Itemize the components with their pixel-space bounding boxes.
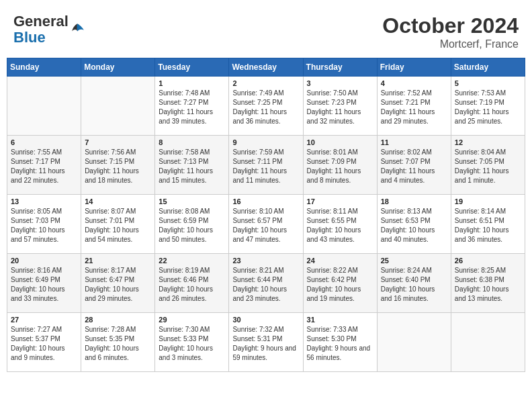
day-detail: Sunrise: 8:08 AM Sunset: 6:59 PM Dayligh… <box>159 207 225 244</box>
calendar-cell: 5Sunrise: 7:53 AM Sunset: 7:19 PM Daylig… <box>451 77 525 136</box>
calendar-cell: 31Sunrise: 7:33 AM Sunset: 5:30 PM Dayli… <box>303 313 377 372</box>
calendar-cell: 8Sunrise: 7:58 AM Sunset: 7:13 PM Daylig… <box>155 136 229 195</box>
day-detail: Sunrise: 8:11 AM Sunset: 6:55 PM Dayligh… <box>307 207 373 244</box>
calendar-cell: 23Sunrise: 8:21 AM Sunset: 6:44 PM Dayli… <box>229 254 303 313</box>
calendar-cell: 27Sunrise: 7:27 AM Sunset: 5:37 PM Dayli… <box>7 313 81 372</box>
day-detail: Sunrise: 7:55 AM Sunset: 7:17 PM Dayligh… <box>11 148 77 185</box>
day-detail: Sunrise: 7:59 AM Sunset: 7:11 PM Dayligh… <box>232 148 299 185</box>
calendar-cell: 24Sunrise: 8:22 AM Sunset: 6:42 PM Dayli… <box>303 254 377 313</box>
calendar-cell: 20Sunrise: 8:16 AM Sunset: 6:49 PM Dayli… <box>7 254 81 313</box>
day-detail: Sunrise: 8:16 AM Sunset: 6:49 PM Dayligh… <box>11 266 77 304</box>
day-detail: Sunrise: 8:07 AM Sunset: 7:01 PM Dayligh… <box>85 207 151 244</box>
calendar-body: 1Sunrise: 7:48 AM Sunset: 7:27 PM Daylig… <box>7 77 525 372</box>
day-number: 10 <box>307 138 373 146</box>
days-of-week-row: SundayMondayTuesdayWednesdayThursdayFrid… <box>7 58 525 77</box>
calendar-cell <box>81 77 155 136</box>
day-number: 25 <box>381 257 447 265</box>
day-detail: Sunrise: 8:01 AM Sunset: 7:09 PM Dayligh… <box>307 148 373 185</box>
day-of-week-header: Monday <box>81 58 155 77</box>
day-detail: Sunrise: 7:56 AM Sunset: 7:15 PM Dayligh… <box>85 148 151 185</box>
location-title: Mortcerf, France <box>382 38 519 50</box>
day-detail: Sunrise: 8:10 AM Sunset: 6:57 PM Dayligh… <box>232 207 299 244</box>
calendar-cell <box>377 313 451 372</box>
day-detail: Sunrise: 7:53 AM Sunset: 7:19 PM Dayligh… <box>455 89 521 126</box>
calendar-cell: 19Sunrise: 8:14 AM Sunset: 6:51 PM Dayli… <box>451 195 525 254</box>
calendar-cell: 6Sunrise: 7:55 AM Sunset: 7:17 PM Daylig… <box>7 136 81 195</box>
calendar-cell: 15Sunrise: 8:08 AM Sunset: 6:59 PM Dayli… <box>155 195 229 254</box>
calendar-week-row: 6Sunrise: 7:55 AM Sunset: 7:17 PM Daylig… <box>7 136 525 195</box>
calendar-table: SundayMondayTuesdayWednesdayThursdayFrid… <box>7 58 525 372</box>
day-number: 2 <box>232 79 299 87</box>
day-detail: Sunrise: 8:21 AM Sunset: 6:44 PM Dayligh… <box>232 266 299 304</box>
day-number: 12 <box>455 138 521 146</box>
calendar-week-row: 1Sunrise: 7:48 AM Sunset: 7:27 PM Daylig… <box>7 77 525 136</box>
logo: General Blue <box>13 13 86 46</box>
day-number: 5 <box>455 79 521 87</box>
day-detail: Sunrise: 8:24 AM Sunset: 6:40 PM Dayligh… <box>381 266 447 304</box>
calendar-cell: 4Sunrise: 7:52 AM Sunset: 7:21 PM Daylig… <box>377 77 451 136</box>
calendar-cell: 30Sunrise: 7:32 AM Sunset: 5:31 PM Dayli… <box>229 313 303 372</box>
calendar-week-row: 27Sunrise: 7:27 AM Sunset: 5:37 PM Dayli… <box>7 313 525 372</box>
calendar-cell: 28Sunrise: 7:28 AM Sunset: 5:35 PM Dayli… <box>81 313 155 372</box>
day-number: 20 <box>11 257 77 265</box>
logo-general-text: General <box>13 13 69 30</box>
day-detail: Sunrise: 8:14 AM Sunset: 6:51 PM Dayligh… <box>455 207 521 244</box>
day-of-week-header: Wednesday <box>229 58 303 77</box>
day-number: 30 <box>232 316 299 324</box>
day-detail: Sunrise: 8:02 AM Sunset: 7:07 PM Dayligh… <box>381 148 447 185</box>
calendar-cell: 1Sunrise: 7:48 AM Sunset: 7:27 PM Daylig… <box>155 77 229 136</box>
day-of-week-header: Friday <box>377 58 451 77</box>
calendar-cell <box>7 77 81 136</box>
day-number: 26 <box>455 257 521 265</box>
day-number: 1 <box>159 79 225 87</box>
day-number: 4 <box>381 79 447 87</box>
calendar-week-row: 20Sunrise: 8:16 AM Sunset: 6:49 PM Dayli… <box>7 254 525 313</box>
day-number: 16 <box>232 197 299 205</box>
day-number: 18 <box>381 197 447 205</box>
day-number: 28 <box>85 316 151 324</box>
day-detail: Sunrise: 8:17 AM Sunset: 6:47 PM Dayligh… <box>85 266 151 304</box>
day-detail: Sunrise: 7:49 AM Sunset: 7:25 PM Dayligh… <box>232 89 299 126</box>
day-number: 6 <box>11 138 77 146</box>
day-detail: Sunrise: 7:33 AM Sunset: 5:30 PM Dayligh… <box>307 325 373 363</box>
day-detail: Sunrise: 8:22 AM Sunset: 6:42 PM Dayligh… <box>307 266 373 304</box>
day-detail: Sunrise: 7:58 AM Sunset: 7:13 PM Dayligh… <box>159 148 225 185</box>
day-of-week-header: Tuesday <box>155 58 229 77</box>
day-number: 14 <box>85 197 151 205</box>
logo-icon <box>70 21 86 38</box>
logo-blue-text: Blue <box>13 29 46 46</box>
calendar-cell: 12Sunrise: 8:04 AM Sunset: 7:05 PM Dayli… <box>451 136 525 195</box>
calendar-cell: 16Sunrise: 8:10 AM Sunset: 6:57 PM Dayli… <box>229 195 303 254</box>
calendar-cell: 18Sunrise: 8:13 AM Sunset: 6:53 PM Dayli… <box>377 195 451 254</box>
calendar-cell: 17Sunrise: 8:11 AM Sunset: 6:55 PM Dayli… <box>303 195 377 254</box>
day-of-week-header: Sunday <box>7 58 81 77</box>
calendar-cell: 25Sunrise: 8:24 AM Sunset: 6:40 PM Dayli… <box>377 254 451 313</box>
day-number: 24 <box>307 257 373 265</box>
day-number: 17 <box>307 197 373 205</box>
month-title: October 2024 <box>382 13 519 38</box>
day-detail: Sunrise: 8:05 AM Sunset: 7:03 PM Dayligh… <box>11 207 77 244</box>
day-of-week-header: Thursday <box>303 58 377 77</box>
day-number: 23 <box>232 257 299 265</box>
day-number: 7 <box>85 138 151 146</box>
page-header: General Blue October 2024 Mortcerf, Fran… <box>7 7 525 54</box>
calendar-cell: 21Sunrise: 8:17 AM Sunset: 6:47 PM Dayli… <box>81 254 155 313</box>
calendar-cell <box>451 313 525 372</box>
calendar-cell: 29Sunrise: 7:30 AM Sunset: 5:33 PM Dayli… <box>155 313 229 372</box>
day-detail: Sunrise: 7:30 AM Sunset: 5:33 PM Dayligh… <box>159 325 225 363</box>
calendar-cell: 3Sunrise: 7:50 AM Sunset: 7:23 PM Daylig… <box>303 77 377 136</box>
day-detail: Sunrise: 7:50 AM Sunset: 7:23 PM Dayligh… <box>307 89 373 126</box>
day-detail: Sunrise: 7:27 AM Sunset: 5:37 PM Dayligh… <box>11 325 77 363</box>
day-detail: Sunrise: 8:04 AM Sunset: 7:05 PM Dayligh… <box>455 148 521 185</box>
day-number: 31 <box>307 316 373 324</box>
day-number: 21 <box>85 257 151 265</box>
day-number: 19 <box>455 197 521 205</box>
title-block: October 2024 Mortcerf, France <box>382 13 519 50</box>
day-of-week-header: Saturday <box>451 58 525 77</box>
day-number: 27 <box>11 316 77 324</box>
day-number: 15 <box>159 197 225 205</box>
calendar-cell: 7Sunrise: 7:56 AM Sunset: 7:15 PM Daylig… <box>81 136 155 195</box>
day-detail: Sunrise: 7:52 AM Sunset: 7:21 PM Dayligh… <box>381 89 447 126</box>
calendar-cell: 2Sunrise: 7:49 AM Sunset: 7:25 PM Daylig… <box>229 77 303 136</box>
day-number: 29 <box>159 316 225 324</box>
